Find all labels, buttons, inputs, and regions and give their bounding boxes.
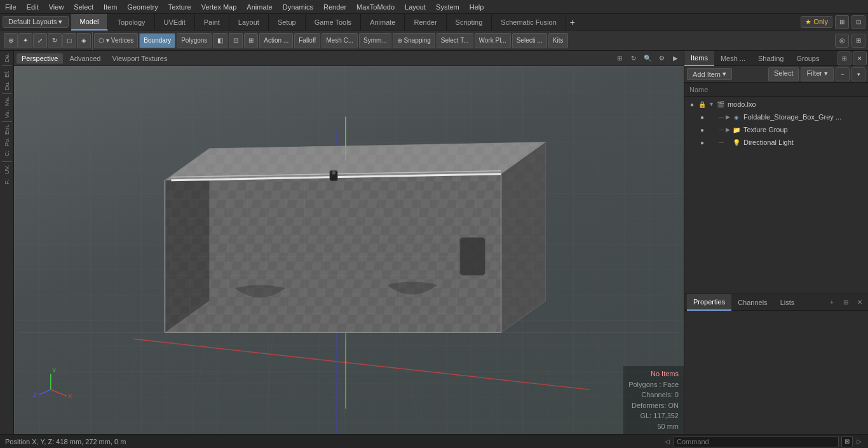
item-row-mesh[interactable]: ● 🔒 ▶ ◈ Foldable_Storage_Box_Grey ... xyxy=(684,111,868,123)
sidebar-left-item-c[interactable]: C: xyxy=(1,148,13,160)
arrow-texgrp[interactable]: ▶ xyxy=(726,126,730,133)
menu-view[interactable]: View xyxy=(44,2,69,12)
tool-select3[interactable]: ⤢ xyxy=(33,33,47,48)
select-button[interactable]: Select xyxy=(768,67,799,81)
sidebar-left-item-me[interactable]: Me. xyxy=(1,96,13,107)
vp-settings-btn[interactable]: ⚙ xyxy=(656,53,667,64)
eye-root[interactable]: ● xyxy=(687,99,697,109)
symm-button[interactable]: Symm... xyxy=(359,33,391,48)
sidebar-left-item-ef[interactable]: Ef. xyxy=(1,68,13,79)
items-tab-items[interactable]: Items xyxy=(684,51,714,66)
items-tab-mesh[interactable]: Mesh ... xyxy=(714,51,752,66)
action-button[interactable]: Action ... xyxy=(259,33,293,48)
boundary-button[interactable]: Boundary xyxy=(139,33,175,48)
tab-schematic[interactable]: Schematic Fusion xyxy=(492,14,566,31)
vp-tab-advanced[interactable]: Advanced xyxy=(64,53,105,64)
menu-item[interactable]: Item xyxy=(98,2,122,12)
menu-geometry[interactable]: Geometry xyxy=(122,2,163,12)
sidebar-left-item-ve[interactable]: Ve. xyxy=(1,108,13,119)
layout-selector[interactable]: Default Layouts ▾ xyxy=(3,16,69,28)
tool-select6[interactable]: ◈ xyxy=(77,33,91,48)
sidebar-left-item-f[interactable]: F: xyxy=(1,176,13,187)
sidebar-left-item-po[interactable]: Po. xyxy=(1,136,13,147)
tool-select1[interactable]: ⊕ xyxy=(4,33,18,48)
prop-tab-properties[interactable]: Properties xyxy=(687,294,731,311)
tab-setup[interactable]: Setup xyxy=(269,14,306,31)
panel-expand-btn[interactable]: ⊞ xyxy=(837,51,851,65)
viewport-canvas[interactable]: X Y Z No Items Polygons : Face Channels:… xyxy=(14,66,684,434)
panel-close-btn[interactable]: ✕ xyxy=(853,51,867,65)
vertices-dropdown[interactable]: ⬡ ▾ Vertices xyxy=(94,33,138,48)
cmd-arrow-left[interactable]: ◁ xyxy=(663,438,671,445)
menu-animate[interactable]: Animate xyxy=(241,2,277,12)
item-row-texgrp[interactable]: ● 🔒 ▶ 📁 Texture Group xyxy=(684,123,868,136)
tab-gametools[interactable]: Game Tools xyxy=(306,14,362,31)
tool-select2[interactable]: ✦ xyxy=(18,33,32,48)
tab-model[interactable]: Model xyxy=(71,14,109,31)
prop-expand-btn[interactable]: ⊞ xyxy=(840,297,851,308)
arrow-root[interactable]: ▼ xyxy=(709,101,714,107)
layout-icon-btn1[interactable]: ⊞ xyxy=(835,15,849,29)
selectt-button[interactable]: Select T... xyxy=(437,33,473,48)
command-input[interactable] xyxy=(674,436,839,447)
layout-icon-btn2[interactable]: ⊡ xyxy=(851,15,865,29)
prop-close-btn[interactable]: ✕ xyxy=(854,297,865,308)
arrow-mesh[interactable]: ▶ xyxy=(726,114,730,120)
eye-texgrp[interactable]: ● xyxy=(697,125,707,135)
grid-icon-btn[interactable]: ⊞ xyxy=(244,33,258,48)
tab-scripting[interactable]: Scripting xyxy=(447,14,492,31)
prop-tab-lists[interactable]: Lists xyxy=(774,294,801,311)
lock-root[interactable]: 🔒 xyxy=(697,99,707,109)
menu-texture[interactable]: Texture xyxy=(163,2,196,12)
workpl-button[interactable]: Work Pl... xyxy=(475,33,511,48)
menu-dynamics[interactable]: Dynamics xyxy=(278,2,318,12)
item-row-light[interactable]: ● 🔒 ▶ 💡 Directional Light xyxy=(684,136,868,149)
mode-icon-btn[interactable]: ◧ xyxy=(213,33,227,48)
vp-refresh-btn[interactable]: ↻ xyxy=(628,53,639,64)
tab-paint[interactable]: Paint xyxy=(195,14,229,31)
menu-system[interactable]: System xyxy=(431,2,465,12)
menu-file[interactable]: File xyxy=(0,2,22,12)
prop-tab-channels[interactable]: Channels xyxy=(731,294,773,311)
mesh-button[interactable]: Mesh C... xyxy=(322,33,358,48)
menu-select[interactable]: Select xyxy=(69,2,98,12)
eye-light[interactable]: ● xyxy=(697,137,707,147)
menu-edit[interactable]: Edit xyxy=(22,2,44,12)
vp-fullscreen-btn[interactable]: ⊞ xyxy=(614,53,625,64)
prop-plus-btn[interactable]: + xyxy=(826,297,837,308)
add-layout-button[interactable]: + xyxy=(566,17,579,27)
snapping-button[interactable]: ⊕ Snapping xyxy=(393,33,435,48)
vp-zoom-btn[interactable]: 🔍 xyxy=(642,53,653,64)
menu-vertexmap[interactable]: Vertex Map xyxy=(196,2,242,12)
sidebar-left-item-du[interactable]: Du. xyxy=(1,80,13,92)
uv-icon-btn[interactable]: ⊡ xyxy=(229,33,243,48)
filter-button[interactable]: Filter ▾ xyxy=(801,67,834,81)
items-tab-groups[interactable]: Groups xyxy=(790,51,825,66)
items-tab-shading[interactable]: Shading xyxy=(752,51,790,66)
add-item-button[interactable]: Add Item ▾ xyxy=(687,68,732,80)
kits-button[interactable]: Kits xyxy=(548,33,568,48)
polygons-button[interactable]: Polygons xyxy=(177,33,212,48)
selecti-button[interactable]: Selecti ... xyxy=(512,33,547,48)
menu-maxtomodo[interactable]: MaxToModo xyxy=(351,2,400,12)
tab-render[interactable]: Render xyxy=(405,14,446,31)
cmd-clear-btn[interactable]: ⊠ xyxy=(841,436,853,447)
cmd-arrow-right[interactable]: ▷ xyxy=(855,438,863,445)
vp-arrow-btn[interactable]: ▶ xyxy=(670,53,681,64)
tool-select4[interactable]: ↻ xyxy=(48,33,62,48)
falloff-button[interactable]: Falloff xyxy=(294,33,320,48)
tool-select5[interactable]: ◻ xyxy=(62,33,76,48)
toolbar-icon-btn1[interactable]: ◎ xyxy=(835,34,849,48)
menu-help[interactable]: Help xyxy=(465,2,489,12)
items-collapse-btn[interactable]: − xyxy=(836,67,850,81)
sidebar-left-item-em[interactable]: Em. xyxy=(1,124,13,135)
menu-render[interactable]: Render xyxy=(318,2,351,12)
tab-topology[interactable]: Topology xyxy=(108,14,154,31)
toolbar-icon-btn2[interactable]: ⊞ xyxy=(851,34,865,48)
vp-tab-perspective[interactable]: Perspective xyxy=(17,53,63,64)
eye-mesh[interactable]: ● xyxy=(697,112,707,122)
item-row-root[interactable]: ● 🔒 ▼ 🎬 modo.lxo xyxy=(684,98,868,111)
tab-layout[interactable]: Layout xyxy=(229,14,269,31)
sidebar-left-item-de[interactable]: De. xyxy=(1,52,13,64)
star-only-button[interactable]: ★ Only xyxy=(801,16,832,28)
